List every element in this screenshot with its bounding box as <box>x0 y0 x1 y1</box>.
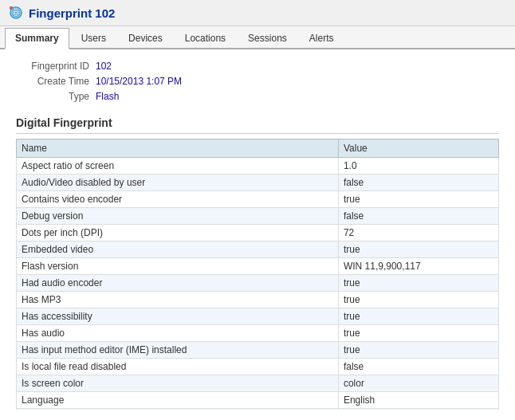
table-row: Has input method editor (IME) installedt… <box>17 342 499 359</box>
table-row: Has accessibilitytrue <box>17 308 499 325</box>
cell-value: true <box>338 292 498 308</box>
svg-point-4 <box>15 12 17 14</box>
table-row: Is local file read disabledfalse <box>17 359 499 375</box>
table-row: Is screen colorcolor <box>17 375 499 392</box>
table-row: Aspect ratio of screen1.0 <box>17 158 499 175</box>
fingerprint-table: Name Value Aspect ratio of screen1.0Audi… <box>16 139 499 410</box>
tab-alerts[interactable]: Alerts <box>299 28 344 49</box>
info-section: Fingerprint ID 102 Create Time 10/15/201… <box>16 61 499 102</box>
tab-sessions[interactable]: Sessions <box>238 28 297 49</box>
cell-name: Flash version <box>17 258 339 275</box>
cell-value: true <box>338 342 498 359</box>
table-row: Embedded videotrue <box>17 241 499 258</box>
fingerprint-id-value: 102 <box>96 61 112 72</box>
cell-value: false <box>338 175 498 191</box>
fingerprint-icon <box>8 5 24 21</box>
cell-value: Adobe Windows <box>338 409 498 410</box>
col-value-header: Value <box>338 139 498 158</box>
cell-value: true <box>338 191 498 208</box>
tab-devices[interactable]: Devices <box>118 28 173 49</box>
fingerprint-id-row: Fingerprint ID 102 <box>16 61 499 72</box>
cell-name: Debug version <box>17 208 339 225</box>
section-divider <box>16 133 499 134</box>
cell-value: true <box>338 241 498 258</box>
table-body: Aspect ratio of screen1.0Audio/Video dis… <box>17 158 499 410</box>
table-header-row: Name Value <box>17 139 499 158</box>
table-row: LanguageEnglish <box>17 392 499 409</box>
fingerprint-table-container[interactable]: Name Value Aspect ratio of screen1.0Audi… <box>16 139 499 410</box>
fingerprint-id-label: Fingerprint ID <box>16 61 96 72</box>
cell-name: Is screen color <box>17 375 339 392</box>
digital-fingerprint-title: Digital Fingerprint <box>16 116 499 129</box>
col-name-header: Name <box>17 139 339 158</box>
table-row: Has MP3true <box>17 292 499 308</box>
table-row: ManufacturerAdobe Windows <box>17 409 499 410</box>
cell-name: Dots per inch (DPI) <box>17 225 339 241</box>
page-header: Fingerprint 102 <box>0 0 515 26</box>
type-label: Type <box>16 91 96 102</box>
cell-name: Audio/Video disabled by user <box>17 175 339 191</box>
cell-name: Has input method editor (IME) installed <box>17 342 339 359</box>
cell-value: true <box>338 275 498 292</box>
table-row: Contains video encodertrue <box>17 191 499 208</box>
table-row: Audio/Video disabled by userfalse <box>17 175 499 191</box>
cell-value: false <box>338 208 498 225</box>
table-row: Debug versionfalse <box>17 208 499 225</box>
table-row: Dots per inch (DPI)72 <box>17 225 499 241</box>
cell-value: color <box>338 375 498 392</box>
cell-name: Embedded video <box>17 241 339 258</box>
cell-name: Had audio encoder <box>17 275 339 292</box>
cell-value: true <box>338 308 498 325</box>
create-time-value: 10/15/2013 1:07 PM <box>96 76 182 87</box>
main-content: Fingerprint ID 102 Create Time 10/15/201… <box>0 49 515 420</box>
create-time-row: Create Time 10/15/2013 1:07 PM <box>16 76 499 87</box>
cell-value: 1.0 <box>338 158 498 175</box>
cell-name: Aspect ratio of screen <box>17 158 339 175</box>
table-row: Flash versionWIN 11,9,900,117 <box>17 258 499 275</box>
cell-value: 72 <box>338 225 498 241</box>
cell-value: false <box>338 359 498 375</box>
tab-locations[interactable]: Locations <box>175 28 236 49</box>
cell-name: Has accessibility <box>17 308 339 325</box>
page-title: Fingerprint 102 <box>29 6 115 20</box>
cell-value: English <box>338 392 498 409</box>
tab-summary[interactable]: Summary <box>5 28 69 49</box>
cell-name: Manufacturer <box>17 409 339 410</box>
type-row: Type Flash <box>16 91 499 102</box>
table-row: Had audio encodertrue <box>17 275 499 292</box>
table-row: Has audiotrue <box>17 325 499 342</box>
cell-value: true <box>338 325 498 342</box>
tab-users[interactable]: Users <box>71 28 116 49</box>
create-time-label: Create Time <box>16 76 96 87</box>
cell-name: Contains video encoder <box>17 191 339 208</box>
type-value: Flash <box>96 91 119 102</box>
tab-bar: Summary Users Devices Locations Sessions… <box>0 26 515 49</box>
cell-name: Has audio <box>17 325 339 342</box>
cell-value: WIN 11,9,900,117 <box>338 258 498 275</box>
cell-name: Is local file read disabled <box>17 359 339 375</box>
cell-name: Language <box>17 392 339 409</box>
cell-name: Has MP3 <box>17 292 339 308</box>
